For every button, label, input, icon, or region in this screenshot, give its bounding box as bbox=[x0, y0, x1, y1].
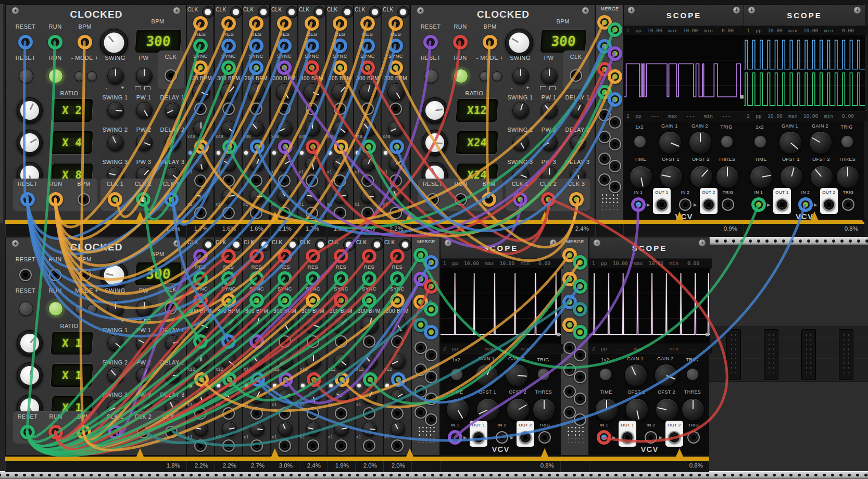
ofst2-knob[interactable] bbox=[810, 166, 833, 188]
sync-input-port[interactable] bbox=[221, 293, 236, 308]
reset-button[interactable] bbox=[424, 69, 438, 83]
div-output-port-3[interactable] bbox=[278, 207, 291, 219]
run-output-port[interactable] bbox=[48, 192, 63, 207]
clk3-output-port[interactable] bbox=[164, 192, 179, 207]
trig-port[interactable] bbox=[842, 198, 854, 211]
gain1-knob[interactable] bbox=[475, 364, 498, 387]
div-output-port-1[interactable] bbox=[334, 103, 346, 115]
delay-row-knob[interactable] bbox=[165, 368, 181, 383]
clock-input-port[interactable] bbox=[193, 16, 208, 31]
div-knob-2[interactable] bbox=[250, 389, 265, 404]
div-knob-3[interactable] bbox=[222, 189, 236, 204]
run-indicator-button[interactable] bbox=[342, 6, 354, 18]
reset-input-port[interactable] bbox=[277, 39, 292, 53]
thres-knob[interactable] bbox=[716, 166, 739, 188]
rate-knob[interactable] bbox=[387, 83, 405, 101]
bpm-output-port[interactable] bbox=[78, 193, 90, 206]
x12-button[interactable] bbox=[599, 368, 612, 381]
div-output-port-3[interactable] bbox=[222, 439, 235, 452]
sync-input-port[interactable] bbox=[249, 293, 264, 308]
mode-inc-button[interactable] bbox=[87, 71, 97, 81]
merge-input-port[interactable] bbox=[609, 160, 621, 172]
merge-input-port[interactable] bbox=[424, 279, 438, 294]
clk1-output-port[interactable] bbox=[513, 192, 527, 207]
div-output-port-1[interactable] bbox=[363, 335, 375, 348]
rate-knob[interactable] bbox=[305, 316, 322, 334]
rate-knob[interactable] bbox=[192, 83, 210, 101]
ofst1-knob[interactable] bbox=[476, 398, 499, 421]
delay-row-knob[interactable] bbox=[165, 135, 181, 150]
div-output-port-3[interactable] bbox=[250, 207, 262, 219]
reset-input-port[interactable] bbox=[334, 271, 348, 286]
div-output-port-3[interactable] bbox=[389, 207, 402, 219]
ratio-knob[interactable] bbox=[17, 362, 43, 388]
in2-port[interactable] bbox=[496, 431, 508, 444]
div-output-port-1[interactable] bbox=[221, 334, 236, 349]
pw-row-knob[interactable] bbox=[136, 134, 153, 151]
mult-output-port[interactable] bbox=[389, 140, 404, 154]
div-output-port-1[interactable] bbox=[250, 103, 262, 115]
gain2-knob[interactable] bbox=[655, 364, 677, 387]
div-output-port-1[interactable] bbox=[193, 334, 208, 349]
div-output-port-1[interactable] bbox=[222, 103, 235, 115]
in1-port[interactable] bbox=[448, 430, 462, 445]
ofst2-knob[interactable] bbox=[690, 166, 713, 188]
mode-dec-button[interactable] bbox=[480, 71, 489, 81]
ratio-display[interactable]: 888X24 bbox=[456, 131, 498, 154]
ofst2-knob[interactable] bbox=[656, 398, 678, 421]
sync-input-port[interactable] bbox=[333, 60, 347, 75]
merge-input-port[interactable] bbox=[573, 302, 587, 317]
div-output-port-3[interactable] bbox=[279, 439, 291, 452]
trig-port[interactable] bbox=[722, 198, 734, 211]
div-output-port-3[interactable] bbox=[363, 439, 375, 452]
run-indicator-button[interactable] bbox=[259, 239, 271, 251]
rate-knob[interactable] bbox=[248, 83, 266, 101]
trig-button[interactable] bbox=[841, 135, 853, 148]
div-output-port-2[interactable] bbox=[335, 407, 347, 420]
merge-input-port[interactable] bbox=[424, 325, 438, 339]
clk1-output-port[interactable] bbox=[108, 425, 122, 439]
div-output-port-3[interactable] bbox=[335, 439, 347, 452]
run-input-port[interactable] bbox=[453, 35, 468, 49]
div-knob-3[interactable] bbox=[278, 189, 292, 204]
swing-row-knob[interactable] bbox=[107, 335, 124, 351]
bpm-display[interactable]: 888300 bbox=[135, 262, 181, 285]
in2-port[interactable] bbox=[645, 431, 657, 444]
div-output-port-3[interactable] bbox=[307, 439, 319, 452]
gain2-knob[interactable] bbox=[506, 364, 529, 387]
ofst1-knob[interactable] bbox=[625, 398, 648, 421]
pw-knob[interactable] bbox=[136, 300, 153, 317]
div-output-port-1[interactable] bbox=[249, 334, 264, 349]
out2-port[interactable] bbox=[823, 198, 835, 211]
in1-port[interactable] bbox=[597, 430, 611, 445]
run-indicator-button[interactable] bbox=[369, 6, 381, 18]
div-output-port-2[interactable] bbox=[278, 174, 291, 187]
reset-input-port[interactable] bbox=[388, 39, 403, 53]
reset-input-port[interactable] bbox=[19, 269, 32, 281]
run-indicator-button[interactable] bbox=[231, 239, 243, 251]
clock-input-port[interactable] bbox=[249, 249, 264, 263]
bpm-input-port[interactable] bbox=[483, 35, 497, 49]
clock-input-port[interactable] bbox=[360, 16, 375, 31]
mode-dec-button[interactable] bbox=[74, 71, 84, 81]
div-output-port-2[interactable] bbox=[361, 174, 374, 187]
reset-input-port[interactable] bbox=[221, 271, 236, 286]
bpm-knob[interactable] bbox=[100, 29, 128, 57]
reset-input-port[interactable] bbox=[249, 39, 263, 53]
run-indicator-button[interactable] bbox=[258, 6, 270, 18]
mult-output-port[interactable] bbox=[363, 372, 378, 387]
div-output-port-2[interactable] bbox=[279, 407, 291, 420]
div-knob-2[interactable] bbox=[361, 157, 375, 171]
div-knob-3[interactable] bbox=[306, 422, 321, 436]
mult-output-port[interactable] bbox=[222, 372, 237, 387]
mult-output-port[interactable] bbox=[335, 372, 349, 387]
bpm-output-port[interactable] bbox=[482, 192, 496, 207]
reset-input-port[interactable] bbox=[249, 271, 264, 286]
merge-input-port[interactable] bbox=[574, 371, 586, 383]
div-output-port-2[interactable] bbox=[334, 174, 346, 187]
div-output-port-2[interactable] bbox=[391, 407, 404, 420]
scrollbar[interactable] bbox=[0, 4, 3, 223]
reset-input-port[interactable] bbox=[278, 271, 292, 286]
sync-input-port[interactable] bbox=[305, 60, 319, 75]
div-output-port-2[interactable] bbox=[194, 407, 207, 420]
